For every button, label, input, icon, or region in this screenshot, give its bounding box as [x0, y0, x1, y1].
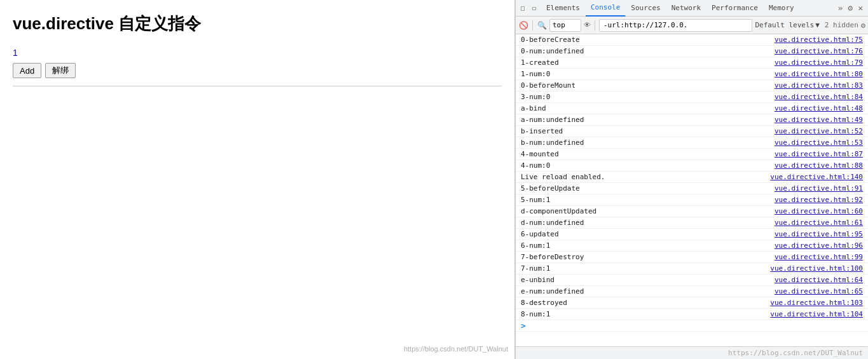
log-text: 8-destroyed: [521, 299, 770, 307]
console-output: 0-beforeCreatevue.directive.html:750-num…: [516, 34, 868, 346]
log-row: 4-mountedvue.directive.html:87: [516, 149, 868, 160]
log-link[interactable]: vue.directive.html:48: [775, 104, 863, 112]
log-text: e-num:undefined: [521, 287, 775, 295]
log-text: 7-num:1: [521, 264, 770, 273]
default-levels-dropdown[interactable]: Default levels ▼: [755, 21, 819, 29]
divider: [13, 86, 502, 86]
log-row: e-unbindvue.directive.html:64: [516, 274, 868, 286]
top-context-input[interactable]: [549, 19, 581, 32]
log-link[interactable]: vue.directive.html:92: [775, 196, 863, 204]
log-text: a-num:undefined: [521, 116, 775, 124]
count-display: 1: [13, 48, 502, 58]
log-row: 7-beforeDestroyvue.directive.html:99: [516, 252, 868, 263]
devtools-settings-icon[interactable]: ⚙: [845, 3, 855, 13]
log-text: b-inserted: [521, 127, 775, 135]
more-tabs-button[interactable]: »: [836, 3, 846, 13]
log-link[interactable]: vue.directive.html:87: [775, 150, 863, 158]
button-row: Add 解绑: [13, 63, 502, 78]
default-levels-label: Default levels: [755, 21, 814, 29]
log-link[interactable]: vue.directive.html:104: [770, 310, 863, 318]
console-tab[interactable]: Console: [586, 0, 626, 17]
memory-tab[interactable]: Memory: [764, 0, 800, 17]
filter-icon[interactable]: 🔍: [537, 20, 547, 30]
log-text: b-num:undefined: [521, 139, 775, 147]
log-row: a-num:undefinedvue.directive.html:49: [516, 114, 868, 126]
log-text: d-componentUpdated: [521, 207, 775, 215]
log-text: 6-updated: [521, 230, 775, 238]
filter-input[interactable]: [599, 19, 752, 32]
log-link[interactable]: vue.directive.html:103: [770, 299, 863, 307]
log-text: 4-num:0: [521, 161, 775, 170]
log-text: 5-num:1: [521, 196, 775, 204]
log-text: e-unbind: [521, 276, 775, 284]
log-link[interactable]: vue.directive.html:64: [775, 276, 863, 284]
eye-icon[interactable]: 👁: [584, 21, 591, 29]
log-link[interactable]: vue.directive.html:99: [775, 253, 863, 261]
log-row: 0-beforeMountvue.directive.html:83: [516, 80, 868, 91]
network-tab[interactable]: Network: [666, 0, 706, 17]
elements-tab[interactable]: Elements: [541, 0, 586, 17]
log-link[interactable]: vue.directive.html:79: [775, 58, 863, 67]
log-link[interactable]: vue.directive.html:100: [770, 264, 863, 273]
log-text: 4-mounted: [521, 150, 775, 158]
sources-tab[interactable]: Sources: [626, 0, 666, 17]
toolbar-separator-1: [532, 20, 533, 30]
add-button[interactable]: Add: [13, 63, 41, 78]
log-link[interactable]: vue.directive.html:96: [775, 241, 863, 250]
inspect-icon[interactable]: □: [518, 4, 527, 13]
performance-tab[interactable]: Performance: [706, 0, 764, 17]
log-text: d-num:undefined: [521, 219, 775, 227]
log-link[interactable]: vue.directive.html:80: [775, 70, 863, 78]
log-row: 5-num:1vue.directive.html:92: [516, 194, 868, 206]
log-row: e-num:undefinedvue.directive.html:65: [516, 286, 868, 297]
log-row: 7-num:1vue.directive.html:100: [516, 263, 868, 274]
log-row: 8-destroyedvue.directive.html:103: [516, 297, 868, 309]
left-panel: vue.directive 自定义指令 1 Add 解绑 https://blo…: [0, 0, 515, 359]
log-row: b-num:undefinedvue.directive.html:53: [516, 137, 868, 149]
log-link[interactable]: vue.directive.html:61: [775, 219, 863, 227]
log-link[interactable]: vue.directive.html:53: [775, 139, 863, 147]
log-row: 3-num:0vue.directive.html:84: [516, 91, 868, 103]
log-row: b-insertedvue.directive.html:52: [516, 126, 868, 137]
log-link[interactable]: vue.directive.html:84: [775, 93, 863, 101]
log-row: 6-updatedvue.directive.html:95: [516, 229, 868, 240]
clear-console-icon[interactable]: 🚫: [518, 20, 528, 30]
log-row: 4-num:0vue.directive.html:88: [516, 160, 868, 172]
log-link[interactable]: vue.directive.html:60: [775, 207, 863, 215]
log-text: 8-num:1: [521, 310, 770, 318]
unbind-button[interactable]: 解绑: [45, 63, 76, 78]
page-title: vue.directive 自定义指令: [13, 13, 502, 35]
log-link[interactable]: vue.directive.html:88: [775, 161, 863, 170]
log-link[interactable]: vue.directive.html:49: [775, 116, 863, 124]
devtools-tab-bar: □ ◻ Elements Console Sources Network Per…: [516, 0, 868, 17]
devtools-panel: □ ◻ Elements Console Sources Network Per…: [515, 0, 868, 359]
log-row: d-num:undefinedvue.directive.html:61: [516, 217, 868, 229]
log-text: 3-num:0: [521, 93, 775, 101]
console-settings-icon[interactable]: ⚙: [861, 21, 865, 30]
log-text: a-bind: [521, 104, 775, 112]
log-text: 1-num:0: [521, 70, 775, 78]
log-text: 6-num:1: [521, 241, 775, 250]
log-link[interactable]: vue.directive.html:83: [775, 81, 863, 90]
console-footer: https://blog.csdn.net/DUT_Walnut: [516, 346, 868, 359]
log-row: 0-num:undefinedvue.directive.html:76: [516, 46, 868, 57]
log-link[interactable]: vue.directive.html:76: [775, 47, 863, 55]
mobile-icon[interactable]: ◻: [530, 4, 539, 13]
log-text: 0-beforeMount: [521, 81, 775, 90]
watermark: https://blog.csdn.net/DUT_Walnut: [404, 345, 508, 353]
devtools-icons: □ ◻: [518, 4, 539, 13]
toolbar-separator-2: [595, 20, 595, 30]
log-link[interactable]: vue.directive.html:75: [775, 36, 863, 44]
log-text: 0-num:undefined: [521, 47, 775, 55]
console-toolbar: 🚫 🔍 👁 Default levels ▼ 2 hidden ⚙: [516, 17, 868, 34]
log-row: 8-num:1vue.directive.html:104: [516, 309, 868, 320]
log-link[interactable]: vue.directive.html:95: [775, 230, 863, 238]
log-link[interactable]: vue.directive.html:52: [775, 127, 863, 135]
footer-link[interactable]: https://blog.csdn.net/DUT_Walnut: [728, 349, 863, 357]
log-link[interactable]: vue.directive.html:140: [770, 173, 863, 181]
log-link[interactable]: vue.directive.html:65: [775, 287, 863, 295]
log-text: 1-created: [521, 58, 775, 67]
log-row: 1-createdvue.directive.html:79: [516, 57, 868, 69]
devtools-close-icon[interactable]: ✕: [855, 3, 865, 13]
log-link[interactable]: vue.directive.html:91: [775, 184, 863, 193]
